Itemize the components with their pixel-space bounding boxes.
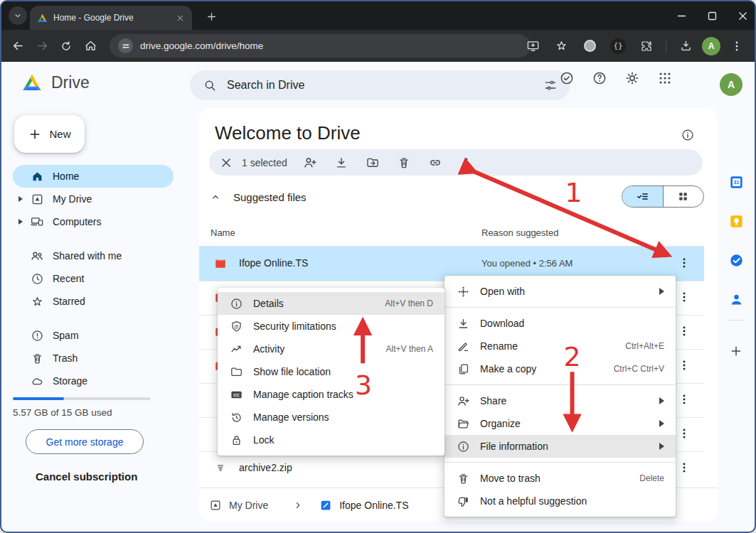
shortcut-label: Ctrl+Alt+E	[625, 341, 664, 351]
browser-home-button[interactable]	[78, 34, 102, 58]
move-to-trash-button[interactable]	[388, 156, 420, 170]
shortcut-label: Alt+V then A	[386, 344, 433, 354]
collapse-section-chevron[interactable]	[209, 190, 222, 203]
more-actions-kebab-icon[interactable]	[451, 156, 482, 169]
view-toggle	[622, 185, 704, 208]
menu-item-open-with[interactable]: Open with	[444, 280, 676, 303]
file-name: archive2.zip	[239, 462, 292, 473]
sidebar-item-shared-with-me[interactable]: Shared with me	[13, 244, 174, 267]
clear-selection-icon[interactable]	[219, 156, 233, 170]
share-add-people-button[interactable]	[294, 156, 326, 170]
menu-item-organize[interactable]: Organize	[444, 412, 676, 435]
tab-search-button[interactable]	[9, 6, 27, 25]
row-kebab-icon[interactable]	[678, 291, 691, 303]
sidebar-item-storage[interactable]: Storage	[13, 370, 174, 392]
new-tab-button[interactable]	[203, 9, 219, 24]
sidebar-item-computers[interactable]: Computers	[13, 210, 174, 233]
sidebar-item-home[interactable]: Home	[13, 165, 174, 188]
sidebar-item-my-drive[interactable]: My Drive	[13, 188, 174, 210]
menu-item-download[interactable]: Download	[444, 312, 676, 335]
cancel-subscription-link[interactable]: Cancel subscription	[36, 470, 137, 483]
offline-status-icon[interactable]	[559, 70, 575, 86]
extension-badge-icon[interactable]: {}	[606, 34, 630, 58]
menu-item-move-to-trash[interactable]: Move to trash Delete	[444, 467, 676, 490]
grid-view-button[interactable]	[663, 186, 704, 207]
submenu-item-lock[interactable]: Lock	[218, 429, 444, 451]
submenu-item-show-file-location[interactable]: Show file location	[218, 360, 444, 383]
menu-item-rename[interactable]: Rename Ctrl+Alt+E	[444, 335, 676, 357]
drive-logo[interactable]: Drive	[21, 72, 90, 93]
advanced-search-icon[interactable]	[543, 78, 558, 92]
sidebar-item-starred[interactable]: Starred	[13, 290, 174, 313]
row-kebab-icon[interactable]	[678, 257, 691, 269]
install-app-icon[interactable]	[521, 34, 545, 58]
menu-item-not-helpful[interactable]: Not a helpful suggestion	[444, 490, 676, 512]
calendar-icon[interactable]	[728, 173, 745, 190]
file-name: Ifope Online.TS	[239, 257, 308, 269]
submenu-item-manage-caption-tracks[interactable]: Manage caption tracks	[218, 383, 444, 406]
context-menu: Open with Download Rename Ctrl+Alt+E Mak…	[444, 276, 676, 517]
window-maximize-button[interactable]	[708, 11, 717, 21]
captions-cc-icon	[229, 388, 243, 402]
expand-caret-icon[interactable]	[18, 219, 23, 225]
submenu-item-details[interactable]: Details Alt+V then D	[218, 292, 444, 315]
sidebar-item-trash[interactable]: Trash	[13, 347, 174, 370]
video-file-icon	[214, 257, 227, 270]
copy-link-button[interactable]	[420, 156, 451, 170]
path-location[interactable]: My Drive	[229, 500, 268, 511]
downloads-icon[interactable]	[674, 34, 698, 58]
get-more-storage-button[interactable]: Get more storage	[26, 429, 144, 454]
activity-icon	[229, 343, 243, 356]
expand-caret-icon[interactable]	[18, 196, 23, 202]
tasks-icon[interactable]	[728, 252, 745, 269]
plus-icon	[28, 127, 42, 141]
submenu-item-activity[interactable]: Activity Alt+V then A	[218, 338, 444, 360]
shortcut-label: Alt+V then D	[385, 298, 433, 308]
browser-tab[interactable]: Home - Google Drive	[30, 6, 192, 30]
address-bar[interactable]: drive.google.com/drive/home	[110, 34, 531, 58]
menu-item-file-information[interactable]: File information	[444, 435, 676, 458]
column-reason[interactable]: Reason suggested	[481, 227, 558, 238]
menu-item-make-a-copy[interactable]: Make a copy Ctrl+C Ctrl+V	[444, 357, 676, 380]
tab-close-icon[interactable]	[176, 14, 185, 23]
site-settings-icon[interactable]	[118, 38, 133, 53]
google-apps-grid-icon[interactable]	[657, 70, 673, 86]
extensions-puzzle-icon[interactable]	[634, 34, 659, 58]
row-kebab-icon[interactable]	[678, 461, 691, 474]
list-view-button[interactable]	[622, 186, 663, 207]
browser-profile-avatar[interactable]: A	[702, 37, 720, 55]
submenu-item-manage-versions[interactable]: Manage versions	[218, 406, 444, 429]
submenu-item-security-limitations[interactable]: Security limitations	[218, 315, 444, 338]
browser-menu-kebab-icon[interactable]	[725, 34, 749, 58]
settings-gear-icon[interactable]	[624, 70, 640, 86]
forward-button[interactable]	[30, 34, 54, 58]
search-input[interactable]: Search in Drive	[190, 70, 570, 100]
row-kebab-icon[interactable]	[678, 325, 691, 338]
window-minimize-button[interactable]	[677, 11, 686, 21]
sidebar-item-label: Starred	[53, 296, 85, 307]
help-icon[interactable]	[592, 70, 607, 86]
copy-icon	[456, 362, 470, 376]
menu-item-share[interactable]: Share	[444, 389, 676, 412]
window-close-button[interactable]	[738, 11, 747, 21]
sidebar-item-label: Trash	[53, 352, 78, 364]
new-button[interactable]: New	[14, 115, 85, 153]
back-button[interactable]	[6, 34, 30, 58]
move-to-folder-button[interactable]	[357, 156, 388, 170]
bookmark-star-icon[interactable]	[549, 34, 573, 58]
row-kebab-icon[interactable]	[678, 427, 691, 440]
contacts-icon[interactable]	[728, 291, 745, 308]
row-kebab-icon[interactable]	[678, 359, 691, 372]
sidebar-item-spam[interactable]: Spam	[13, 324, 174, 347]
status-circle-icon[interactable]	[577, 34, 602, 58]
row-kebab-icon[interactable]	[678, 393, 691, 406]
keep-icon[interactable]	[728, 212, 745, 230]
download-button[interactable]	[326, 156, 357, 170]
column-name[interactable]: Name	[211, 227, 235, 238]
reload-button[interactable]	[54, 34, 78, 58]
page-info-icon[interactable]	[681, 128, 695, 142]
path-file-name[interactable]: Ifope Online.TS	[339, 500, 408, 511]
sidebar-item-recent[interactable]: Recent	[13, 267, 174, 290]
account-avatar[interactable]: A	[720, 73, 742, 96]
add-panel-app-button[interactable]	[728, 343, 745, 360]
